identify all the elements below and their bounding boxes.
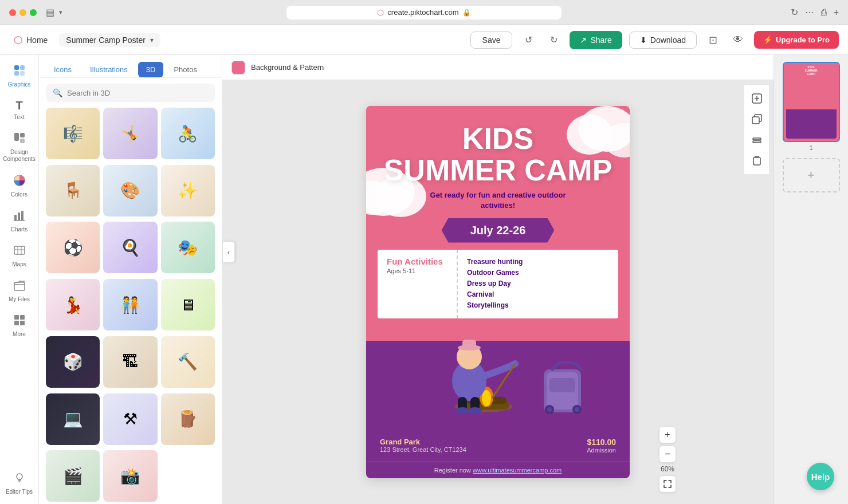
page-thumb-1[interactable]: KIDSSUMMERCAMP 1 [783, 62, 840, 151]
graphic-item[interactable]: 🚴 [161, 108, 215, 159]
minimize-button[interactable] [19, 9, 26, 16]
tab-3d[interactable]: 3D [138, 62, 164, 77]
traffic-lights [9, 9, 37, 16]
paste-button[interactable] [748, 151, 766, 170]
graphic-placeholder: 🪵 [161, 393, 215, 445]
svg-point-36 [456, 407, 469, 414]
collapse-panel-arrow[interactable]: ‹ [222, 241, 235, 263]
add-element-button[interactable] [748, 89, 766, 108]
more-icon[interactable]: ⋯ [805, 7, 814, 18]
sidebar-item-maps[interactable]: Maps [2, 239, 37, 272]
doc-title: Summer Camp Poster [66, 36, 145, 45]
graphic-placeholder: 🎼 [46, 108, 100, 159]
graphic-placeholder: 🍳 [103, 222, 157, 273]
graphic-item[interactable]: 💃 [46, 279, 100, 330]
zoom-out-button[interactable]: − [659, 446, 676, 463]
svg-rect-16 [14, 321, 19, 325]
graphic-item[interactable]: 🪵 [161, 393, 215, 445]
sidebar-item-myfiles[interactable]: My Files [2, 274, 37, 307]
sidebar-item-label: Graphics [7, 81, 30, 88]
graphic-item[interactable]: 🪑 [46, 165, 100, 216]
graphic-item[interactable]: 🎭 [161, 222, 215, 273]
chevron-down-icon[interactable]: ▾ [59, 9, 62, 16]
graphic-item[interactable]: 🎲 [46, 336, 100, 388]
tab-illustrations[interactable]: Illustrations [82, 62, 136, 77]
sidebar-item-text[interactable]: T Text [2, 94, 37, 125]
redo-button[interactable]: ↻ [544, 31, 563, 49]
copy-button[interactable] [748, 110, 766, 128]
graphic-item[interactable]: ⚒ [103, 393, 157, 445]
url-bar[interactable]: ⬡ create.piktochart.com 🔒 [286, 6, 562, 19]
maximize-button[interactable] [30, 9, 37, 16]
tab-icons[interactable]: Icons [46, 62, 80, 77]
sidebar-item-graphics[interactable]: Graphics [2, 60, 37, 92]
graphic-placeholder: 🚴 [161, 108, 215, 159]
home-button[interactable]: ⬡ Home [9, 32, 52, 49]
sidebar-item-design[interactable]: DesignComponents [2, 127, 37, 167]
help-button[interactable]: Help [807, 463, 834, 490]
zoom-fit-button[interactable] [659, 475, 676, 493]
close-button[interactable] [9, 9, 16, 16]
eye-icon: 👁 [733, 34, 743, 46]
poster-character-area [378, 306, 618, 421]
graphic-item[interactable]: 🏗 [103, 336, 157, 388]
download-button[interactable]: ⬇ Download [629, 32, 697, 49]
graphic-item[interactable]: ✨ [161, 165, 215, 216]
lightbulb-icon [13, 471, 26, 487]
graphic-item[interactable]: 🎼 [46, 108, 100, 159]
sidebar-item-label: More [13, 331, 26, 337]
graphic-placeholder: 💃 [46, 279, 100, 330]
graphics-grid: 🎼 🤸 🚴 🪑 🎨 ✨ ⚽ 🍳 [39, 108, 222, 504]
search-input[interactable] [67, 89, 208, 97]
graphic-item[interactable]: 🎬 [46, 450, 100, 502]
graphic-item[interactable]: 📸 [103, 450, 157, 502]
graphic-item[interactable]: 🎨 [103, 165, 157, 216]
sidebar-item-label: DesignComponents [3, 149, 36, 163]
sidebar-toggle-icon[interactable]: ▤ [46, 7, 54, 18]
tab-photos[interactable]: Photos [166, 62, 205, 77]
graphic-item[interactable]: 💻 [46, 393, 100, 445]
svg-rect-53 [753, 158, 760, 165]
activity-item: Carnival [467, 289, 609, 300]
activity-item: Dress up Day [467, 278, 609, 289]
sidebar-item-colors[interactable]: Colors [2, 170, 37, 202]
doc-title-area[interactable]: Summer Camp Poster ▾ [59, 33, 160, 47]
graphic-item[interactable]: ⚽ [46, 222, 100, 273]
graphic-item[interactable]: 🍳 [103, 222, 157, 273]
svg-point-18 [17, 474, 22, 479]
graphic-item[interactable]: 🔨 [161, 336, 215, 388]
add-page-button[interactable]: + [783, 158, 840, 192]
canvas-container: KIDS SUMMER CAMP Get ready for fun and c… [222, 80, 774, 504]
graphic-placeholder: ⚒ [103, 393, 157, 445]
share-window-icon[interactable]: ⎙ [821, 7, 827, 18]
activities-title: Fun Activities [387, 257, 447, 266]
save-button[interactable]: Save [470, 32, 513, 49]
present-button[interactable]: ⊡ [704, 31, 722, 49]
sidebar-item-more[interactable]: More [2, 309, 37, 342]
new-tab-icon[interactable]: + [834, 7, 839, 18]
poster[interactable]: KIDS SUMMER CAMP Get ready for fun and c… [366, 106, 630, 478]
graphic-placeholder: 🧑‍🤝‍🧑 [103, 279, 157, 330]
svg-rect-51 [753, 138, 761, 140]
reload-icon[interactable]: ↻ [791, 7, 798, 18]
graphic-item[interactable]: 🖥 [161, 279, 215, 330]
page-thumb-mini: KIDSSUMMERCAMP [784, 63, 839, 141]
undo-button[interactable]: ↺ [519, 31, 537, 49]
sidebar-item-charts[interactable]: Charts [2, 204, 37, 237]
svg-rect-10 [21, 211, 23, 220]
piktochart-icon: ⬡ [377, 8, 384, 17]
graphic-placeholder: 🎲 [46, 336, 100, 388]
layers-button[interactable] [748, 131, 766, 149]
share-button[interactable]: ↗ Share [570, 31, 622, 49]
zoom-in-button[interactable]: + [659, 426, 676, 443]
upgrade-button[interactable]: ⚡ Upgrade to Pro [754, 31, 839, 49]
svg-rect-17 [20, 321, 25, 325]
poster-date-banner: July 22-26 [442, 218, 555, 243]
bg-color-swatch[interactable] [231, 61, 245, 74]
graphic-item[interactable]: 🧑‍🤝‍🧑 [103, 279, 157, 330]
download-icon: ⬇ [640, 36, 647, 45]
graphic-item[interactable]: 🤸 [103, 108, 157, 159]
svg-rect-9 [18, 212, 20, 220]
sidebar-item-editortips[interactable]: Editor Tips [2, 467, 37, 499]
preview-button[interactable]: 👁 [729, 31, 747, 49]
